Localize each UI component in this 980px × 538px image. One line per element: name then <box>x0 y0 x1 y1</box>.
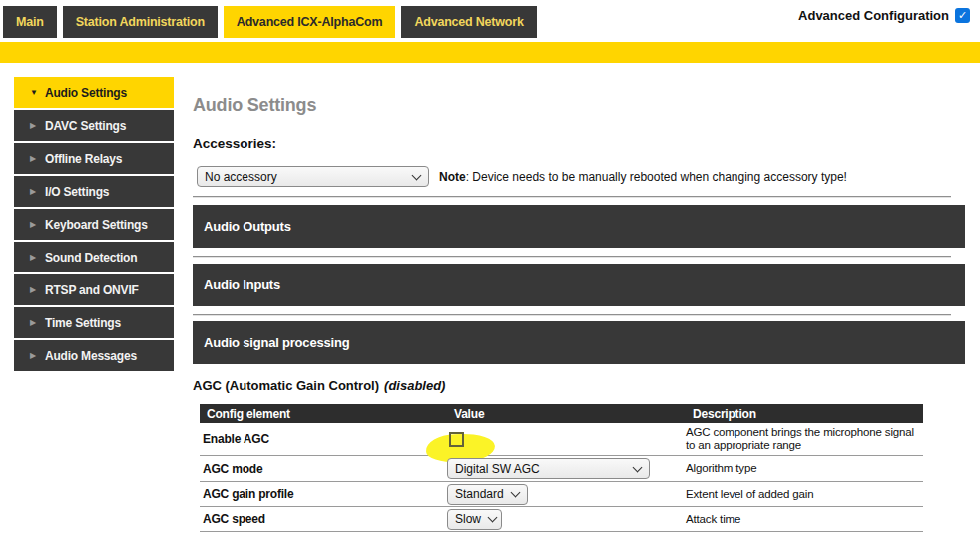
note-label: Note <box>439 170 466 184</box>
chevron-down-icon <box>488 513 498 523</box>
sidebar-item-audio-settings[interactable]: ▼ Audio Settings <box>14 77 174 108</box>
config-element-name: AGC speed <box>200 512 447 526</box>
table-row-agc-gain-profile: AGC gain profile Standard Extent level o… <box>200 482 923 507</box>
main-content: Audio Settings Accessories: No accessory… <box>193 0 980 538</box>
sidebar-item-sound-detection[interactable]: ▶ Sound Detection <box>14 242 174 272</box>
sidebar-item-time-settings[interactable]: ▶ Time Settings <box>14 307 174 338</box>
value-cell <box>447 432 686 447</box>
sidebar-item-label: Audio Settings <box>45 86 127 100</box>
sidebar: ▼ Audio Settings ▶ DAVC Settings ▶ Offli… <box>14 77 174 373</box>
sidebar-item-label: Time Settings <box>45 316 121 330</box>
page-title: Audio Settings <box>193 95 316 116</box>
section-audio-signal-processing[interactable]: Audio signal processing <box>193 321 965 364</box>
value-cell: Slow <box>447 509 686 530</box>
table-header-row: Config element Value Description <box>200 404 923 423</box>
agc-mode-select[interactable]: Digital SW AGC <box>447 458 650 479</box>
accessory-note: Note: Device needs to be manually reboot… <box>439 170 847 184</box>
agc-speed-value: Slow <box>455 512 481 526</box>
chevron-right-icon: ▶ <box>30 351 45 360</box>
config-description: AGC component brings the microphone sign… <box>686 426 923 452</box>
table-row-agc-speed: AGC speed Slow Attack time <box>200 507 923 532</box>
chevron-down-icon <box>633 462 643 472</box>
chevron-right-icon: ▶ <box>30 220 45 229</box>
sidebar-item-rtsp-and-onvif[interactable]: ▶ RTSP and ONVIF <box>14 274 174 305</box>
chevron-right-icon: ▶ <box>30 253 45 262</box>
sidebar-item-audio-messages[interactable]: ▶ Audio Messages <box>14 340 174 371</box>
config-element-name: AGC gain profile <box>200 487 447 501</box>
section-audio-inputs[interactable]: Audio Inputs <box>193 264 965 306</box>
config-description: Attack time <box>686 513 923 526</box>
sidebar-item-label: Sound Detection <box>45 251 137 265</box>
agc-heading-text: AGC (Automatic Gain Control) <box>193 378 379 393</box>
enable-agc-checkbox[interactable] <box>449 432 464 447</box>
tab-main[interactable]: Main <box>3 6 57 38</box>
column-header-description: Description <box>686 407 923 421</box>
sidebar-item-label: Audio Messages <box>45 349 137 363</box>
agc-disabled-flag: (disabled) <box>384 378 445 393</box>
sidebar-item-davc-settings[interactable]: ▶ DAVC Settings <box>14 110 174 141</box>
agc-mode-value: Digital SW AGC <box>455 462 540 476</box>
accessories-label: Accessories: <box>193 136 276 151</box>
agc-gain-profile-value: Standard <box>455 487 504 501</box>
agc-gain-profile-select[interactable]: Standard <box>447 484 528 505</box>
config-description: Algorithm type <box>686 462 923 475</box>
table-row-agc-mode: AGC mode Digital SW AGC Algorithm type <box>200 456 923 482</box>
config-description: Extent level of added gain <box>686 488 923 501</box>
chevron-right-icon: ▶ <box>30 187 45 196</box>
config-element-name: AGC mode <box>200 462 447 476</box>
chevron-right-icon: ▶ <box>30 318 45 327</box>
divider <box>193 256 951 258</box>
chevron-right-icon: ▶ <box>30 154 45 163</box>
sidebar-item-keyboard-settings[interactable]: ▶ Keyboard Settings <box>14 209 174 240</box>
sidebar-item-offline-relays[interactable]: ▶ Offline Relays <box>14 143 174 174</box>
table-row-enable-agc: Enable AGC AGC component brings the micr… <box>200 423 923 456</box>
chevron-down-icon <box>412 170 422 180</box>
accessory-select[interactable]: No accessory <box>197 166 429 187</box>
agc-speed-select[interactable]: Slow <box>447 509 502 530</box>
note-text: : Device needs to be manually rebooted w… <box>466 170 847 184</box>
agc-config-table: Config element Value Description Enable … <box>200 404 923 532</box>
accessory-select-value: No accessory <box>205 170 277 184</box>
chevron-right-icon: ▶ <box>30 285 45 294</box>
sidebar-item-label: I/O Settings <box>45 185 109 199</box>
config-element-name: Enable AGC <box>200 432 447 446</box>
sidebar-item-io-settings[interactable]: ▶ I/O Settings <box>14 176 174 207</box>
column-header-value: Value <box>447 407 686 421</box>
divider <box>193 196 951 198</box>
value-cell: Digital SW AGC <box>447 458 686 479</box>
section-audio-outputs[interactable]: Audio Outputs <box>193 205 965 248</box>
sidebar-item-label: RTSP and ONVIF <box>45 283 139 297</box>
value-cell: Standard <box>447 484 686 505</box>
sidebar-item-label: Keyboard Settings <box>45 218 148 232</box>
accessories-row: No accessory Note: Device needs to be ma… <box>197 166 847 187</box>
column-header-config-element: Config element <box>200 407 447 421</box>
sidebar-item-label: Offline Relays <box>45 152 122 166</box>
divider <box>193 314 951 316</box>
agc-heading: AGC (Automatic Gain Control)(disabled) <box>193 378 445 393</box>
chevron-down-icon <box>511 488 521 498</box>
chevron-right-icon: ▶ <box>30 121 45 130</box>
sidebar-item-label: DAVC Settings <box>45 119 126 133</box>
chevron-down-icon: ▼ <box>30 88 45 97</box>
